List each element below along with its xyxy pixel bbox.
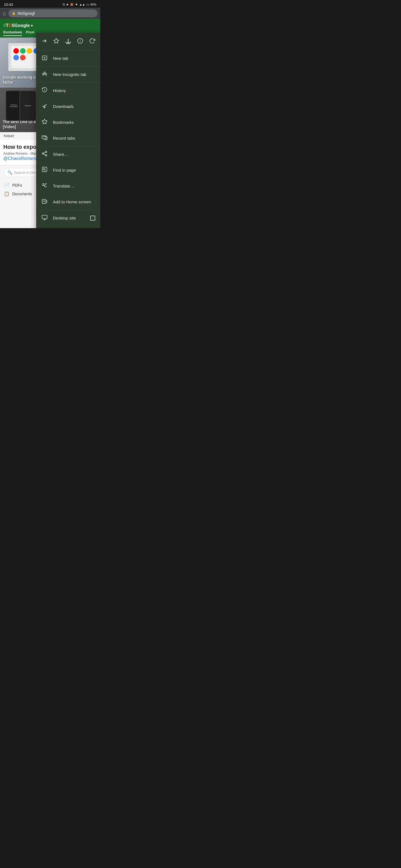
svg-line-24: [44, 154, 46, 155]
menu-item-bookmarks[interactable]: Bookmarks: [36, 114, 100, 130]
bookmark-star-icon: [53, 38, 59, 44]
menu-item-find[interactable]: Find in page: [36, 162, 100, 178]
site-logo: 9TO5Google: [3, 23, 30, 28]
menu-history-label: History: [53, 88, 95, 93]
translate-icon: [41, 182, 48, 190]
dropdown-arrow-icon: ▾: [31, 23, 33, 28]
site-header: 9TO5Google ▾: [0, 19, 100, 30]
pdfs-label: PDFs: [12, 183, 22, 187]
info-button[interactable]: [75, 37, 85, 47]
menu-item-history[interactable]: History: [36, 83, 100, 98]
svg-line-25: [44, 152, 46, 153]
svg-point-22: [42, 153, 44, 154]
desktop-site-icon: [41, 214, 48, 222]
menu-action-bar: [36, 33, 100, 50]
article3-author: Andrew Romero: [3, 152, 28, 156]
menu-item-recent-tabs[interactable]: Recent tabs: [36, 130, 100, 146]
info-icon: [77, 38, 83, 44]
menu-incognito-label: New Incognito tab: [53, 72, 95, 77]
desktop-site-checkbox[interactable]: [90, 216, 95, 221]
nav-exclusives[interactable]: Exclusives: [3, 30, 22, 36]
download-icon: [65, 38, 71, 44]
svg-point-29: [46, 183, 47, 184]
g-icon: G: [63, 3, 65, 6]
status-icons: G ★ 🔕 ▼ ▲▲ ▭ 43%: [63, 3, 96, 6]
menu-desktop-site-label: Desktop site: [53, 216, 85, 220]
downloads-icon: [41, 103, 48, 110]
download-button[interactable]: [63, 37, 74, 47]
home-icon[interactable]: ⌂: [3, 10, 6, 17]
svg-rect-17: [46, 73, 47, 74]
bluetooth-icon: ★: [66, 3, 69, 6]
add-home-icon: [41, 198, 48, 206]
svg-marker-7: [54, 38, 59, 43]
status-bar: 10:43 G ★ 🔕 ▼ ▲▲ ▭ 43%: [0, 0, 100, 8]
new-tab-icon: [41, 55, 48, 62]
notification-icon: 🔕: [70, 3, 74, 6]
refresh-button[interactable]: [87, 37, 97, 47]
bookmark-button[interactable]: [51, 37, 61, 47]
wifi-icon: ▼: [75, 3, 78, 6]
menu-item-share[interactable]: Share…: [36, 146, 100, 162]
search-icon: 🔍: [7, 170, 12, 175]
svg-point-23: [46, 155, 47, 156]
refresh-icon: [89, 38, 95, 44]
lock-icon: 🔒: [12, 11, 16, 15]
incognito-icon: [41, 71, 48, 78]
pdf-icon: 📄: [4, 183, 9, 188]
menu-item-downloads[interactable]: Downloads: [36, 98, 100, 114]
menu-item-new-tab[interactable]: New tab: [36, 50, 100, 66]
svg-rect-33: [42, 215, 47, 219]
share-icon: [41, 151, 48, 158]
menu-item-add-home[interactable]: Add to Home screen: [36, 194, 100, 210]
battery-icon: ▭: [86, 3, 89, 6]
menu-item-incognito[interactable]: New Incognito tab: [36, 66, 100, 82]
history-icon: [41, 87, 48, 94]
svg-rect-20: [42, 136, 46, 139]
menu-item-translate[interactable]: Translate…: [36, 178, 100, 194]
status-time: 10:43: [4, 2, 13, 7]
address-bar-area: ⌂ 🔒 9to5googl: [0, 8, 100, 19]
battery-percent: 43%: [90, 3, 96, 6]
nav-pixel[interactable]: Pixel: [26, 30, 34, 36]
recent-tabs-icon: [41, 134, 48, 142]
svg-marker-19: [42, 119, 47, 124]
svg-point-27: [43, 168, 45, 170]
svg-point-21: [46, 151, 47, 153]
search-placeholder: Search in Drive: [14, 170, 39, 175]
svg-point-15: [44, 72, 46, 74]
doc-icon: 📋: [4, 191, 9, 196]
menu-recent-tabs-label: Recent tabs: [53, 136, 95, 141]
menu-add-home-label: Add to Home screen: [53, 199, 95, 204]
article3-handle[interactable]: @ChaosRomero: [3, 156, 36, 161]
menu-bookmarks-label: Bookmarks: [53, 120, 95, 125]
menu-find-label: Find in page: [53, 168, 95, 173]
forward-button[interactable]: [39, 37, 50, 47]
browser-content: 9TO5Google ▾ Exclusives Pixel: [0, 19, 100, 228]
menu-new-tab-label: New tab: [53, 56, 95, 61]
url-text: 9to5googl: [18, 11, 35, 16]
signal-icon: ▲▲: [79, 3, 85, 6]
documents-label: Documents: [12, 192, 32, 196]
address-bar[interactable]: 🔒 9to5googl: [8, 9, 97, 17]
menu-share-label: Share…: [53, 152, 95, 157]
context-menu: New tab New Incognito tab: [36, 33, 100, 228]
svg-line-28: [45, 170, 46, 170]
bookmarks-icon: [41, 119, 48, 126]
menu-item-settings[interactable]: Settings: [36, 226, 100, 228]
menu-translate-label: Translate…: [53, 184, 95, 188]
find-in-page-icon: [41, 166, 48, 174]
forward-icon: [41, 38, 47, 44]
svg-rect-16: [42, 73, 44, 74]
menu-downloads-label: Downloads: [53, 104, 95, 109]
menu-item-desktop-site[interactable]: Desktop site: [36, 210, 100, 226]
